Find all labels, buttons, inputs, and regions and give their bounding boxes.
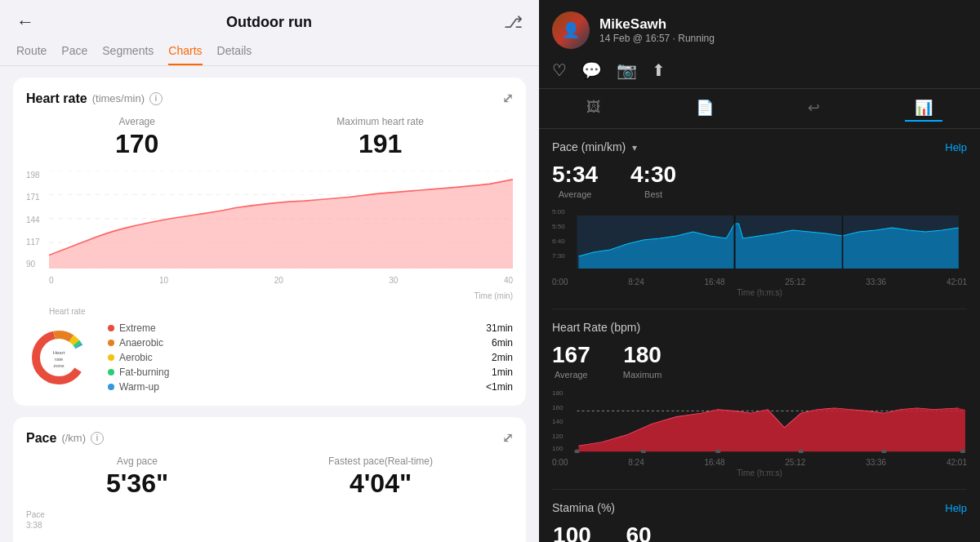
share-button[interactable]: ⬆ bbox=[652, 60, 666, 80]
pace-info-icon[interactable]: i bbox=[91, 432, 104, 445]
rp-hr-chart: 180 160 140 120 100 bbox=[552, 388, 967, 453]
pace-expand-icon[interactable]: ⤢ bbox=[502, 430, 513, 446]
heart-rate-chart: 198 171 144 117 90 bbox=[26, 171, 513, 285]
stamina-rp-stats: 100 Beginning 60 Ending bbox=[552, 522, 967, 542]
svg-text:160: 160 bbox=[552, 404, 564, 411]
avg-value: 170 bbox=[115, 129, 158, 159]
rp-tab-charts[interactable]: 📊 bbox=[905, 96, 942, 122]
card-title-heartrate: Heart rate (times/min) i ⤢ bbox=[26, 91, 513, 106]
zone-name-fatburn: Fat-burning bbox=[119, 367, 487, 378]
svg-text:140: 140 bbox=[552, 419, 564, 425]
avg-pace-value: 5'36" bbox=[106, 469, 168, 499]
heart-rate-stats: Average 170 Maximum heart rate 191 bbox=[26, 116, 513, 159]
rp-max-hr-label: Maximum bbox=[623, 370, 662, 380]
rp-pace-x-unit: Time (h:m:s) bbox=[552, 288, 967, 297]
rp-hr-x-labels: 0:00 8:24 16:48 25:12 33:36 42:01 bbox=[552, 458, 967, 467]
camera-button[interactable]: 📷 bbox=[617, 60, 637, 80]
tab-route[interactable]: Route bbox=[16, 44, 47, 65]
rp-best-pace-value: 4:30 bbox=[630, 162, 676, 188]
rp-header: 👤 MikeSawh 14 Feb @ 16:57 · Running bbox=[539, 0, 980, 57]
info-icon[interactable]: i bbox=[149, 92, 163, 105]
pace-title-text: Pace bbox=[26, 431, 56, 446]
svg-text:100: 100 bbox=[552, 446, 564, 452]
rp-stamina-ending-value: 60 bbox=[625, 522, 653, 542]
chart-x-labels: 0 10 20 30 40 bbox=[49, 276, 513, 285]
avg-pace-label: Avg pace bbox=[106, 455, 168, 467]
zone-time-anaerobic: 6min bbox=[492, 337, 513, 349]
zone-time-fatburn: 1min bbox=[492, 367, 513, 378]
svg-text:180: 180 bbox=[552, 389, 564, 396]
pace-help-button[interactable]: Help bbox=[945, 141, 967, 153]
zone-extreme: Extreme 31min bbox=[108, 322, 513, 334]
right-panel: 👤 MikeSawh 14 Feb @ 16:57 · Running ♡ 💬 … bbox=[539, 0, 980, 542]
card-title-text: Heart rate bbox=[26, 91, 87, 106]
svg-text:120: 120 bbox=[552, 433, 564, 440]
rp-tab-laps[interactable]: ↩ bbox=[798, 96, 830, 122]
comment-button[interactable]: 💬 bbox=[581, 60, 602, 80]
expand-icon[interactable]: ⤢ bbox=[502, 91, 513, 106]
rp-content: Pace (min/km) ▾ Help 5:34 Average 4:30 B… bbox=[539, 129, 980, 542]
max-stat: Maximum heart rate 191 bbox=[336, 116, 424, 159]
hr-zone-container: Heart rate zone Extreme 31min Anaerobic … bbox=[26, 322, 513, 393]
zone-name-extreme: Extreme bbox=[119, 322, 481, 334]
rp-avg-hr: 167 Average bbox=[552, 342, 590, 380]
share-icon[interactable]: ⎇ bbox=[504, 12, 523, 32]
rp-best-pace-label: Best bbox=[630, 189, 676, 199]
rp-stamina-beginning: 100 Beginning bbox=[552, 522, 592, 542]
fastest-pace-label: Fastest pace(Real-time) bbox=[328, 455, 433, 467]
pace-y-first: 3:38 bbox=[26, 521, 513, 530]
zone-name-aerobic: Aerobic bbox=[119, 352, 487, 363]
x-axis-unit: Time (min) bbox=[26, 291, 513, 300]
svg-text:7:30: 7:30 bbox=[552, 252, 565, 260]
tab-details[interactable]: Details bbox=[217, 44, 252, 65]
fastest-pace-value: 4'04" bbox=[328, 469, 433, 499]
stamina-metric-title: Stamina (%) bbox=[552, 501, 615, 514]
y-axis-unit-hr: Heart rate bbox=[49, 307, 536, 316]
rp-hr-section: Heart Rate (bpm) 167 Average 180 Maximum… bbox=[552, 309, 967, 490]
pace-stats: Avg pace 5'36" Fastest pace(Real-time) 4… bbox=[26, 455, 513, 499]
zone-warmup: Warm-up <1min bbox=[108, 381, 513, 393]
left-header: ← Outdoor run ⎇ bbox=[0, 0, 539, 39]
heart-rate-card: Heart rate (times/min) i ⤢ Average 170 M… bbox=[13, 78, 526, 406]
zone-name-warmup: Warm-up bbox=[119, 381, 481, 393]
zone-legend: Extreme 31min Anaerobic 6min Aerobic 2mi… bbox=[108, 322, 513, 393]
donut-chart: Heart rate zone bbox=[26, 325, 91, 390]
hr-metric-title: Heart Rate (bpm) bbox=[552, 321, 640, 334]
stamina-help-button[interactable]: Help bbox=[945, 502, 967, 514]
pace-metric-title: Pace (min/km) ▾ bbox=[552, 140, 637, 153]
pace-chart bbox=[26, 536, 513, 542]
back-button[interactable]: ← bbox=[16, 11, 34, 33]
tab-charts[interactable]: Charts bbox=[168, 44, 202, 65]
rp-avg-hr-label: Average bbox=[552, 370, 590, 380]
zone-anaerobic: Anaerobic 6min bbox=[108, 337, 513, 349]
username: MikeSawh bbox=[599, 16, 715, 33]
rp-max-hr-value: 180 bbox=[623, 342, 662, 368]
rp-tab-bar: 🖼 📄 ↩ 📊 bbox=[539, 89, 980, 129]
rp-tab-stats[interactable]: 📄 bbox=[686, 96, 724, 122]
avg-pace-stat: Avg pace 5'36" bbox=[106, 455, 168, 499]
card-title-pace: Pace (/km) i ⤢ bbox=[26, 430, 513, 446]
svg-text:6:40: 6:40 bbox=[552, 238, 565, 245]
rp-pace-section: Pace (min/km) ▾ Help 5:34 Average 4:30 B… bbox=[552, 129, 967, 309]
rp-tab-photo[interactable]: 🖼 bbox=[577, 96, 611, 122]
stamina-metric-header: Stamina (%) Help bbox=[552, 501, 967, 514]
avatar: 👤 bbox=[552, 11, 590, 49]
rp-best-pace: 4:30 Best bbox=[630, 162, 676, 199]
chart-area bbox=[49, 171, 513, 269]
heart-button[interactable]: ♡ bbox=[552, 60, 567, 80]
user-info: MikeSawh 14 Feb @ 16:57 · Running bbox=[599, 16, 715, 44]
zone-aerobic: Aerobic 2min bbox=[108, 352, 513, 363]
max-value: 191 bbox=[336, 129, 424, 159]
rp-hr-x-unit: Time (h:m:s) bbox=[552, 469, 967, 478]
pace-y-label: Pace bbox=[26, 510, 513, 519]
avg-label: Average bbox=[115, 116, 158, 127]
avg-stat: Average 170 bbox=[115, 116, 158, 159]
dropdown-arrow[interactable]: ▾ bbox=[632, 142, 637, 153]
tab-segments[interactable]: Segments bbox=[102, 44, 154, 65]
tab-pace[interactable]: Pace bbox=[61, 44, 87, 65]
pace-metric-header: Pace (min/km) ▾ Help bbox=[552, 140, 967, 153]
rp-pace-chart: 5:00 5:50 6:40 7:30 bbox=[552, 207, 967, 273]
card-subtitle: (times/min) bbox=[92, 92, 145, 104]
hr-rp-stats: 167 Average 180 Maximum bbox=[552, 342, 967, 380]
tab-bar: Route Pace Segments Charts Details bbox=[0, 39, 539, 66]
